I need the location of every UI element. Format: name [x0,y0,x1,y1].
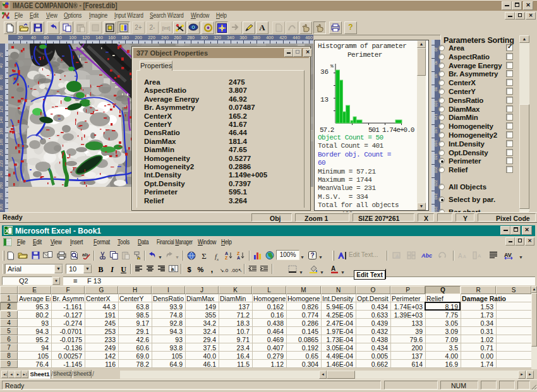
svg-text:260: 260 [174,35,181,40]
svg-text:57.2: 57.2 [320,126,334,134]
svg-text:180: 180 [434,153,438,160]
svg-text:%: % [330,63,334,69]
svg-text:260: 260 [434,206,438,212]
svg-text:?: ? [310,252,314,259]
svg-text:300: 300 [0,203,3,210]
svg-text:440: 440 [293,35,300,40]
svg-text:300: 300 [200,35,208,40]
svg-text:160: 160 [108,35,116,40]
svg-text:180: 180 [121,35,129,40]
svg-text:120: 120 [82,35,90,40]
svg-text:13: 13 [320,96,329,104]
svg-text:20: 20 [434,47,438,52]
svg-text:140: 140 [0,116,3,123]
svg-text:100: 100 [0,95,3,102]
svg-text:260: 260 [0,182,3,189]
svg-text:180: 180 [0,138,3,145]
svg-text:280: 280 [0,193,3,199]
svg-text:420: 420 [279,35,287,40]
svg-text:20: 20 [0,52,3,57]
svg-text:140: 140 [95,35,103,40]
svg-text:140: 140 [434,127,438,134]
svg-text:200: 200 [135,35,142,40]
svg-text:A: A [458,252,462,259]
svg-text:80: 80 [434,87,438,92]
svg-text:40: 40 [434,61,438,65]
svg-text:Z: Z [225,256,228,260]
svg-text:40: 40 [31,35,36,40]
svg-text:240: 240 [161,35,169,40]
svg-text:160: 160 [434,140,438,147]
svg-text:360: 360 [239,35,247,40]
svg-text:60: 60 [44,35,49,40]
svg-text:100: 100 [434,100,438,107]
svg-text:1.74e+0.0: 1.74e+0.0 [382,126,414,134]
svg-text:X: X [5,228,9,234]
svg-text:220: 220 [148,35,155,40]
svg-text:80: 80 [57,35,62,40]
svg-text:220: 220 [0,160,3,167]
svg-text:120: 120 [434,114,438,121]
svg-text:Abc: Abc [421,252,432,259]
svg-text:80: 80 [0,85,3,90]
svg-text:100: 100 [69,35,76,40]
svg-text:36: 36 [320,68,329,76]
svg-text:A: A [331,265,335,272]
svg-text:400: 400 [266,35,274,40]
svg-text:240: 240 [434,193,438,200]
svg-text:A: A [478,253,481,259]
svg-text:320: 320 [214,35,221,40]
svg-text:280: 280 [187,35,195,40]
svg-text:340: 340 [227,35,234,40]
svg-text:20: 20 [18,35,23,40]
svg-text:220: 220 [434,180,438,187]
svg-text:40: 40 [0,63,3,68]
svg-text:A: A [237,256,240,260]
svg-text:Z: Z [237,251,240,256]
svg-text:460: 460 [305,35,313,40]
svg-text:A: A [225,251,228,256]
svg-text:120: 120 [0,105,3,112]
svg-text:60: 60 [434,74,438,78]
svg-text:380: 380 [253,35,260,40]
svg-text:200: 200 [434,167,438,174]
svg-text:160: 160 [0,128,3,134]
svg-text:200: 200 [0,149,3,156]
svg-text:a: a [171,266,174,272]
svg-text:501: 501 [368,126,380,134]
svg-text:60: 60 [0,74,3,80]
svg-text:240: 240 [0,170,3,177]
svg-text:A: A [463,254,466,259]
